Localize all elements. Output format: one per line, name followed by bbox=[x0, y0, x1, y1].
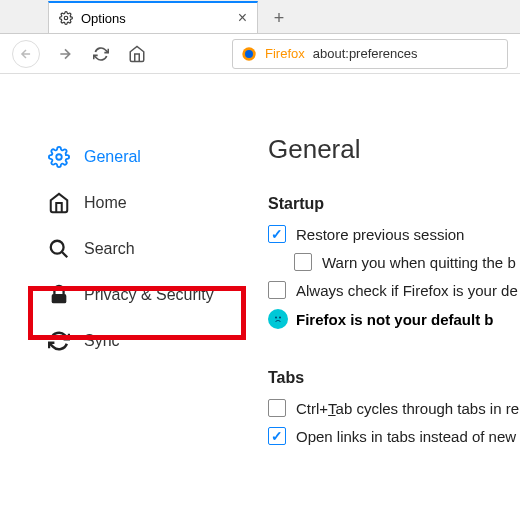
close-icon[interactable]: × bbox=[238, 9, 247, 27]
checkbox-unchecked[interactable] bbox=[294, 253, 312, 271]
browser-tab[interactable]: Options × bbox=[48, 1, 258, 33]
sidebar-label: Privacy & Security bbox=[84, 286, 214, 304]
section-startup: Startup bbox=[268, 195, 520, 213]
lock-icon bbox=[48, 284, 70, 306]
gear-icon bbox=[59, 11, 73, 25]
tab-title: Options bbox=[81, 11, 126, 26]
sidebar-label: Home bbox=[84, 194, 127, 212]
checkbox-label: Warn you when quitting the b bbox=[322, 254, 516, 271]
svg-line-5 bbox=[62, 252, 68, 258]
svg-point-8 bbox=[279, 317, 281, 319]
checkbox-label: Restore previous session bbox=[296, 226, 464, 243]
sidebar-item-privacy[interactable]: Privacy & Security bbox=[40, 272, 250, 318]
section-tabs: Tabs bbox=[268, 369, 520, 387]
checkbox-row-restore[interactable]: Restore previous session bbox=[268, 225, 520, 243]
search-icon bbox=[48, 238, 70, 260]
urlbar-brand: Firefox bbox=[265, 46, 305, 61]
checkbox-checked[interactable] bbox=[268, 225, 286, 243]
sidebar-item-home[interactable]: Home bbox=[40, 180, 250, 226]
checkbox-row-openlinks[interactable]: Open links in tabs instead of new bbox=[268, 427, 520, 445]
checkbox-label: Ctrl+Tab cycles through tabs in re bbox=[296, 400, 519, 417]
urlbar-url: about:preferences bbox=[313, 46, 418, 61]
url-bar[interactable]: Firefox about:preferences bbox=[232, 39, 508, 69]
sidebar-label: General bbox=[84, 148, 141, 166]
default-browser-status: Firefox is not your default b bbox=[268, 309, 520, 329]
sidebar-item-search[interactable]: Search bbox=[40, 226, 250, 272]
home-button[interactable] bbox=[126, 43, 148, 65]
svg-point-4 bbox=[51, 241, 64, 254]
checkbox-unchecked[interactable] bbox=[268, 281, 286, 299]
svg-rect-6 bbox=[52, 294, 67, 303]
status-text: Firefox is not your default b bbox=[296, 311, 494, 328]
main-content: General Startup Restore previous session… bbox=[250, 134, 520, 455]
svg-point-2 bbox=[245, 50, 253, 58]
toolbar: Firefox about:preferences bbox=[0, 34, 520, 74]
firefox-logo-icon bbox=[241, 46, 257, 62]
page-heading: General bbox=[268, 134, 520, 165]
home-icon bbox=[48, 192, 70, 214]
sidebar-item-sync[interactable]: Sync bbox=[40, 318, 250, 364]
gear-icon bbox=[48, 146, 70, 168]
checkbox-label: Open links in tabs instead of new bbox=[296, 428, 516, 445]
checkbox-label: Always check if Firefox is your de bbox=[296, 282, 518, 299]
svg-point-0 bbox=[64, 16, 68, 20]
sidebar-label: Sync bbox=[84, 332, 120, 350]
sidebar: General Home Search Privacy & Security S… bbox=[0, 134, 250, 455]
checkbox-unchecked[interactable] bbox=[268, 399, 286, 417]
tab-strip: Options × + bbox=[0, 0, 520, 34]
forward-button[interactable] bbox=[54, 43, 76, 65]
sidebar-label: Search bbox=[84, 240, 135, 258]
svg-point-3 bbox=[56, 154, 62, 160]
svg-point-7 bbox=[275, 317, 277, 319]
back-button[interactable] bbox=[12, 40, 40, 68]
new-tab-button[interactable]: + bbox=[264, 3, 294, 33]
checkbox-row-always[interactable]: Always check if Firefox is your de bbox=[268, 281, 520, 299]
sad-face-icon bbox=[268, 309, 288, 329]
sync-icon bbox=[48, 330, 70, 352]
checkbox-checked[interactable] bbox=[268, 427, 286, 445]
checkbox-row-warn[interactable]: Warn you when quitting the b bbox=[294, 253, 520, 271]
sidebar-item-general[interactable]: General bbox=[40, 134, 250, 180]
reload-button[interactable] bbox=[90, 43, 112, 65]
checkbox-row-ctrltab[interactable]: Ctrl+Tab cycles through tabs in re bbox=[268, 399, 520, 417]
